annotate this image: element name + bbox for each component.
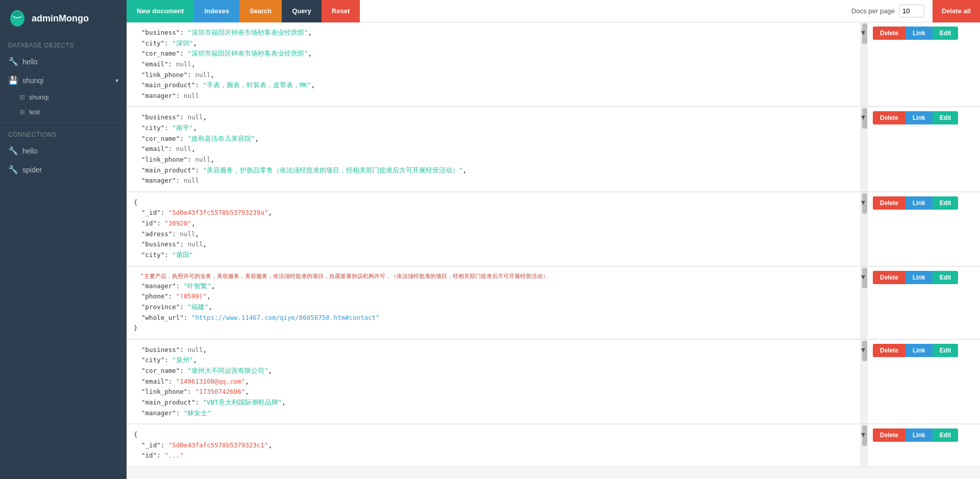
edit-button-1[interactable]: Edit [933, 27, 959, 40]
sidebar-item-hello-conn-label: hello [22, 147, 38, 155]
logo-area: adminMongo [0, 0, 127, 37]
action-buttons-row-4: Delete Link Edit [873, 271, 958, 284]
sidebar-sub-item-test-label: test [29, 108, 40, 116]
edit-button-5[interactable]: Edit [933, 344, 959, 357]
action-buttons-row-1: Delete Link Edit [873, 27, 958, 40]
query-button[interactable]: Query [282, 0, 322, 22]
record-actions-5: ▾ Delete Link Edit [868, 340, 980, 423]
action-buttons-row-6: Delete Link Edit [873, 428, 958, 442]
per-page-input[interactable] [899, 5, 924, 17]
delete-button-4[interactable]: Delete [873, 271, 905, 284]
table-row: "business": "深圳市福田区钟表市场秒客表业经营部", "city":… [127, 22, 980, 107]
collapse-icon-5[interactable]: ▾ [861, 345, 865, 355]
search-button[interactable]: Search [239, 0, 282, 22]
link-button-6[interactable]: Link [905, 428, 933, 442]
db-icon: 💾 [8, 75, 18, 85]
main-content: New document Indexes Search Query Reset … [127, 0, 980, 479]
sidebar-item-hello[interactable]: 🔧 hello [0, 52, 127, 71]
records-area: "business": "深圳市福田区钟表市场秒客表业经营部", "city":… [127, 22, 980, 479]
sidebar-item-hello-conn[interactable]: 🔧 hello [0, 141, 127, 160]
per-page-area: Docs per page [843, 5, 933, 17]
app-title: adminMongo [32, 13, 89, 24]
sidebar-item-spider-conn-label: spider [22, 166, 42, 174]
indexes-button[interactable]: Indexes [194, 0, 239, 22]
edit-button-2[interactable]: Edit [933, 111, 959, 124]
link-button-5[interactable]: Link [905, 344, 933, 357]
wrench-icon-conn-hello: 🔧 [8, 146, 18, 156]
collapse-icon-6[interactable]: ▾ [861, 430, 865, 439]
collapse-icon-4[interactable]: ▾ [861, 272, 865, 282]
delete-button-2[interactable]: Delete [873, 111, 905, 124]
table-row: "business": null, "city": "泉州", "cor_nam… [127, 340, 980, 424]
svg-point-1 [13, 12, 21, 17]
link-button-1[interactable]: Link [905, 27, 933, 40]
collapse-icon-3[interactable]: ▾ [861, 197, 865, 207]
record-actions-3: ▾ Delete Link Edit [868, 192, 980, 266]
action-buttons-row-2: Delete Link Edit [873, 111, 958, 124]
record-content-5: "business": null, "city": "泉州", "cor_nam… [127, 340, 868, 423]
edit-button-6[interactable]: Edit [933, 428, 959, 442]
edit-button-4[interactable]: Edit [933, 271, 959, 284]
app-logo-icon [8, 9, 27, 28]
record-content-6: { "_id": "5d0e43fafc5578b5379323c1", "id… [127, 424, 868, 466]
table-icon-2: ⊞ [19, 108, 25, 116]
table-row: "主要产品，执照许可的业务，美容服务，美容服务，依法须经批准的项目，自愿签署协议… [127, 267, 980, 340]
record-content: "business": "深圳市福田区钟表市场秒客表业经营部", "city":… [127, 22, 868, 106]
sidebar-sub-item-shunqi-col[interactable]: ⊞ shunqi [0, 90, 127, 105]
collapse-icon-2[interactable]: ▾ [861, 112, 865, 122]
sidebar-item-spider-conn[interactable]: 🔧 spider [0, 160, 127, 179]
record-actions-4: ▾ Delete Link Edit [868, 267, 980, 339]
db-objects-section-title: Database Objects [0, 37, 127, 52]
sidebar-divider [0, 122, 127, 123]
sidebar-sub-item-test-col[interactable]: ⊞ test [0, 105, 127, 119]
table-row: "business": null, "city": "南平", "cor_nam… [127, 107, 980, 192]
delete-button-3[interactable]: Delete [873, 196, 905, 210]
delete-button-5[interactable]: Delete [873, 344, 905, 357]
record-content-3: { "_id": "5d0e43f3fc5578b53793239a", "id… [127, 192, 868, 266]
record-content-4: "主要产品，执照许可的业务，美容服务，美容服务，依法须经批准的项目，自愿签署协议… [127, 267, 868, 339]
record-actions-6: ▾ Delete Link Edit [868, 424, 980, 466]
edit-button-3[interactable]: Edit [933, 196, 959, 210]
wrench-icon: 🔧 [8, 57, 18, 66]
per-page-label: Docs per page [851, 7, 895, 15]
collapse-icon-1[interactable]: ▾ [861, 28, 865, 37]
new-document-button[interactable]: New document [127, 0, 194, 22]
sidebar-item-shunqi[interactable]: 💾 shunqi ▾ [0, 71, 127, 90]
record-actions-1: ▾ Delete Link Edit [868, 22, 980, 106]
record-actions-2: ▾ Delete Link Edit [868, 107, 980, 191]
action-buttons-row-5: Delete Link Edit [873, 344, 958, 357]
reset-button[interactable]: Reset [322, 0, 360, 22]
sidebar: adminMongo Database Objects 🔧 hello 💾 sh… [0, 0, 127, 479]
wrench-icon-conn-spider: 🔧 [8, 165, 18, 174]
action-buttons-row-3: Delete Link Edit [873, 196, 958, 210]
table-icon: ⊞ [19, 93, 25, 101]
sidebar-item-hello-label: hello [22, 58, 38, 66]
record-content-2: "business": null, "city": "南平", "cor_nam… [127, 107, 868, 191]
delete-button-6[interactable]: Delete [873, 428, 905, 442]
link-button-3[interactable]: Link [905, 196, 933, 210]
delete-all-button[interactable]: Delete all [933, 0, 980, 22]
chevron-down-icon: ▾ [115, 77, 118, 84]
delete-button-1[interactable]: Delete [873, 27, 905, 40]
connections-section-title: Connections [0, 126, 127, 141]
sidebar-item-shunqi-label: shunqi [22, 77, 43, 85]
link-button-4[interactable]: Link [905, 271, 933, 284]
sidebar-sub-item-shunqi-label: shunqi [29, 93, 48, 101]
table-row: { "_id": "5d0e43fafc5578b5379323c1", "id… [127, 424, 980, 467]
toolbar: New document Indexes Search Query Reset … [127, 0, 980, 22]
table-row: { "_id": "5d0e43f3fc5578b53793239a", "id… [127, 192, 980, 267]
link-button-2[interactable]: Link [905, 111, 933, 124]
